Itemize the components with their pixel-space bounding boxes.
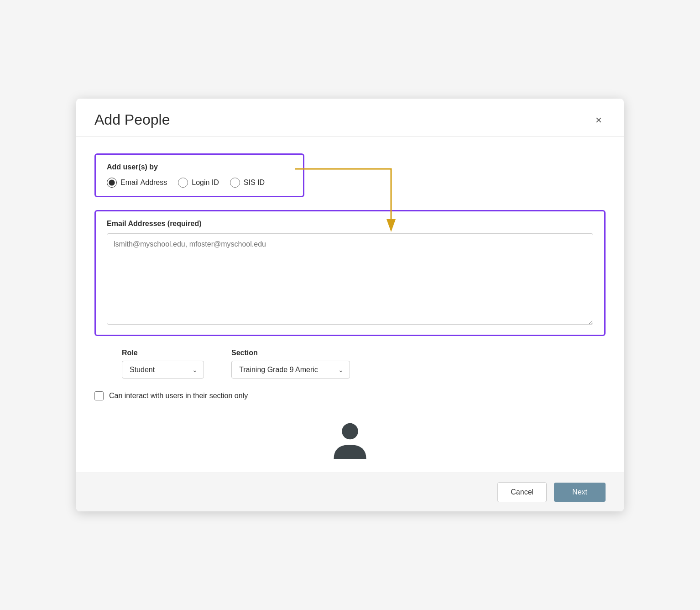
role-section-row: Role Student Teacher TA Observer Designe…	[94, 349, 606, 379]
radio-login[interactable]: Login ID	[178, 178, 219, 188]
section-select[interactable]: Training Grade 9 Americ Section A Sectio…	[231, 361, 350, 379]
radio-login-input[interactable]	[178, 178, 188, 188]
section-field-group: Section Training Grade 9 Americ Section …	[231, 349, 350, 379]
radio-email[interactable]: Email Address	[107, 178, 167, 188]
svg-point-1	[342, 423, 358, 440]
checkbox-row: Can interact with users in their section…	[94, 391, 606, 400]
next-button[interactable]: Next	[554, 483, 606, 502]
email-label: Email Addresses (required)	[107, 220, 593, 228]
section-only-label: Can interact with users in their section…	[109, 392, 248, 400]
email-textarea[interactable]	[107, 233, 593, 325]
radio-email-input[interactable]	[107, 178, 117, 188]
modal-body: Add user(s) by Email Address Login ID SI…	[76, 137, 624, 473]
radio-sis-input[interactable]	[230, 178, 240, 188]
radio-email-label: Email Address	[120, 179, 167, 187]
role-label: Role	[122, 349, 204, 357]
email-section: Email Addresses (required)	[94, 210, 606, 336]
modal-title: Add People	[94, 111, 170, 128]
person-icon-area	[94, 413, 606, 463]
cancel-button[interactable]: Cancel	[497, 482, 547, 502]
add-by-label: Add user(s) by	[107, 163, 292, 171]
section-only-checkbox[interactable]	[94, 391, 104, 400]
modal-header: Add People ×	[76, 99, 624, 137]
section-label: Section	[231, 349, 350, 357]
radio-group: Email Address Login ID SIS ID	[107, 178, 292, 188]
modal-footer: Cancel Next	[76, 473, 624, 511]
person-icon	[334, 422, 366, 459]
section-select-wrapper: Training Grade 9 Americ Section A Sectio…	[231, 361, 350, 379]
role-select[interactable]: Student Teacher TA Observer Designer	[122, 361, 204, 379]
role-select-wrapper: Student Teacher TA Observer Designer ⌄	[122, 361, 204, 379]
add-by-section: Add user(s) by Email Address Login ID SI…	[94, 153, 304, 197]
radio-sis[interactable]: SIS ID	[230, 178, 265, 188]
close-button[interactable]: ×	[592, 113, 606, 127]
radio-sis-label: SIS ID	[244, 179, 265, 187]
radio-login-label: Login ID	[192, 179, 219, 187]
role-field-group: Role Student Teacher TA Observer Designe…	[122, 349, 204, 379]
modal-dialog: Add People × Add user(s) by Email Addres…	[76, 99, 624, 511]
